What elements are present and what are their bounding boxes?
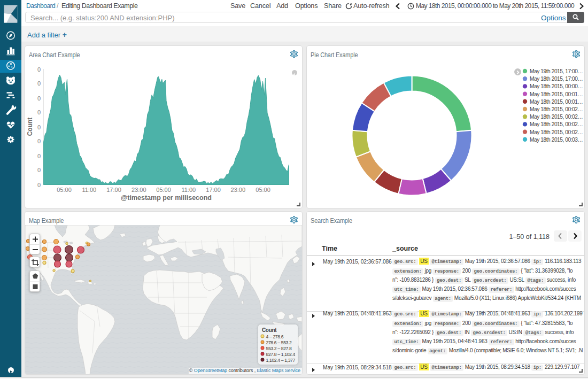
svg-text:0: 0 <box>37 109 41 115</box>
svg-text:May 18th 2015, 00:00…: May 18th 2015, 00:00… <box>530 83 583 89</box>
svg-text:23:00: 23:00 <box>231 187 246 193</box>
svg-text:May 18th 2015, 00:01…: May 18th 2015, 00:01… <box>530 99 583 105</box>
svg-text:May 18th 2015, 17:00…: May 18th 2015, 17:00… <box>530 76 583 82</box>
svg-text:May 18th 2015, 00:02…: May 18th 2015, 00:02… <box>530 106 583 112</box>
svg-text:May 18th 2015, 00:02…: May 18th 2015, 00:02… <box>530 114 583 120</box>
svg-text:0: 0 <box>37 124 41 130</box>
svg-text:May 18th 2015, 00:03…: May 18th 2015, 00:03… <box>530 137 583 143</box>
svg-text:0: 0 <box>37 138 41 144</box>
svg-text:May 18th 2015, 00:01…: May 18th 2015, 00:01… <box>530 91 583 97</box>
svg-text:05:00: 05:00 <box>256 187 270 193</box>
svg-text:0: 0 <box>37 95 41 102</box>
svg-text:May 18th 2015, 00:02…: May 18th 2015, 00:02… <box>530 129 583 135</box>
svg-text:0: 0 <box>37 66 41 73</box>
svg-text:0: 0 <box>37 182 41 188</box>
svg-text:May 18th 2015, 00:02…: May 18th 2015, 00:02… <box>530 121 583 127</box>
svg-text:@timestamp per millisecond: @timestamp per millisecond <box>121 194 212 202</box>
svg-text:17:00: 17:00 <box>106 187 121 193</box>
svg-text:05:00: 05:00 <box>156 187 171 193</box>
svg-text:17:00: 17:00 <box>206 187 221 193</box>
svg-text:23:00: 23:00 <box>131 187 146 193</box>
svg-text:0: 0 <box>37 167 41 173</box>
svg-text:0: 0 <box>37 80 41 87</box>
svg-text:11:00: 11:00 <box>82 187 96 193</box>
svg-text:0: 0 <box>37 153 41 159</box>
svg-text:May 19th 2015, 17:00…: May 19th 2015, 17:00… <box>530 68 583 74</box>
svg-text:11:00: 11:00 <box>181 187 196 193</box>
svg-text:05:00: 05:00 <box>57 187 72 193</box>
svg-text:Count: Count <box>26 118 34 136</box>
